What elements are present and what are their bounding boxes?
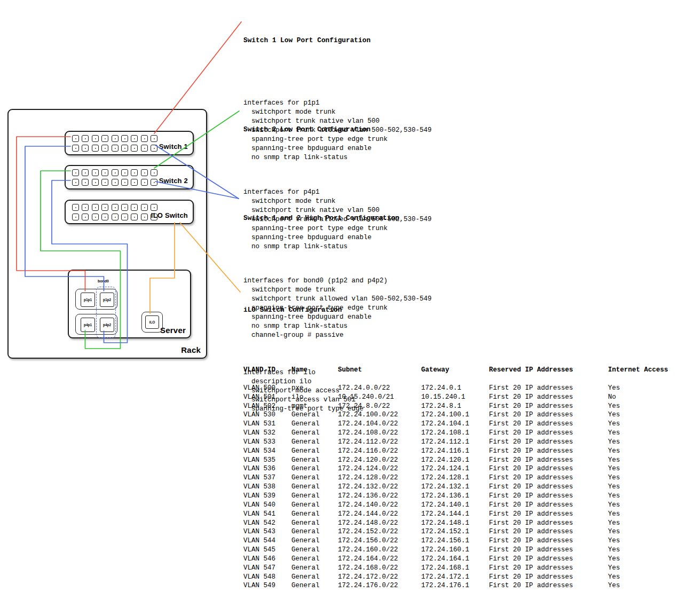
- cell-vlan-id: VLAN 543: [243, 527, 291, 536]
- cell-gateway: 172.24.104.1: [421, 420, 489, 429]
- cell-name: pxe: [291, 384, 338, 393]
- cell-internet: Yes: [608, 492, 687, 501]
- cell-gateway: 172.24.100.1: [421, 410, 489, 420]
- cell-gateway: 172.24.176.1: [421, 581, 489, 590]
- cell-name: General: [291, 429, 338, 438]
- cell-reserved: First 20 IP addresses: [489, 501, 608, 510]
- cell-vlan-id: VLAN 534: [243, 447, 291, 456]
- cell-subnet: 172.24.120.0/22: [338, 456, 421, 465]
- cell-reserved: First 20 IP addresses: [489, 438, 608, 447]
- cell-name: General: [291, 581, 338, 590]
- table-row: VLAN 542 General 172.24.148.0/22 172.24.…: [243, 519, 687, 528]
- cell-subnet: 172.24.116.0/22: [338, 447, 421, 456]
- cell-subnet: 172.24.108.0/22: [338, 429, 421, 438]
- cell-vlan-id: VLAN 546: [243, 555, 291, 564]
- cell-subnet: 172.24.164.0/22: [338, 555, 421, 564]
- cell-subnet: 172.24.132.0/22: [338, 483, 421, 492]
- cell-reserved: First 20 IP addresses: [489, 464, 608, 473]
- switch-port: [112, 179, 119, 186]
- cell-subnet: 172.24.172.0/22: [338, 573, 421, 582]
- table-row: VLAN 532 General 172.24.108.0/22 172.24.…: [243, 429, 687, 438]
- cell-name: mgmt: [291, 402, 338, 411]
- switch-port: [141, 135, 148, 142]
- cell-subnet: 172.24.176.0/22: [338, 581, 421, 590]
- switch-port: [151, 179, 157, 186]
- cell-internet: Yes: [608, 555, 687, 564]
- cell-subnet: 172.24.168.0/22: [338, 564, 421, 573]
- cell-subnet: 172.24.140.0/22: [338, 501, 421, 510]
- switch-port: [82, 135, 89, 142]
- cell-gateway: 172.24.124.1: [421, 464, 489, 473]
- cell-reserved: First 20 IP addresses: [489, 447, 608, 456]
- table-row: VLAN 533 General 172.24.112.0/22 172.24.…: [243, 438, 687, 447]
- switch-port: [112, 169, 119, 176]
- table-row: VLAN 547 General 172.24.168.0/22 172.24.…: [243, 564, 687, 573]
- table-row: VLAN 541 General 172.24.144.0/22 172.24.…: [243, 510, 687, 519]
- cell-internet: Yes: [608, 564, 687, 573]
- switch1-box: Switch 1: [65, 131, 194, 155]
- config-title: Switch 1 and 2 High Port Configuration: [243, 214, 432, 223]
- cell-vlan-id: VLAN 533: [243, 438, 291, 447]
- table-row: VLAN 543 General 172.24.152.0/22 172.24.…: [243, 527, 687, 536]
- cell-subnet: 172.24.148.0/22: [338, 519, 421, 528]
- cell-name: General: [291, 483, 338, 492]
- cell-vlan-id: VLAN 532: [243, 429, 291, 438]
- cell-vlan-id: VLAN 531: [243, 420, 291, 429]
- cell-gateway: 172.24.132.1: [421, 483, 489, 492]
- vlan-table-header: VLAND ID Name Subnet Gateway Reserved IP…: [243, 366, 687, 375]
- cell-vlan-id: VLAN 545: [243, 546, 291, 555]
- ilo-switch-label: iLO Switch: [151, 211, 188, 219]
- cell-vlan-id: VLAN 542: [243, 519, 291, 528]
- cell-gateway: 172.24.156.1: [421, 536, 489, 546]
- switch-port: [101, 204, 108, 211]
- cell-gateway: 172.24.168.1: [421, 564, 489, 573]
- switch-port: [112, 204, 119, 211]
- ilo-port-group: iLO: [141, 312, 163, 333]
- config-line: interfaces for bond0 (p1p2 and p4p2): [243, 277, 432, 286]
- switch-port: [131, 169, 138, 176]
- cell-name: General: [291, 410, 338, 420]
- switch-port: [121, 204, 128, 211]
- cell-vlan-id: VLAN 537: [243, 473, 291, 483]
- cell-internet: Yes: [608, 420, 687, 429]
- cell-gateway: 172.24.144.1: [421, 510, 489, 519]
- switch-port: [92, 214, 99, 220]
- cell-vlan-id: VLAN 540: [243, 501, 291, 510]
- switch-port: [82, 214, 89, 220]
- cell-reserved: First 20 IP addresses: [489, 402, 608, 411]
- cell-name: General: [291, 464, 338, 473]
- cell-reserved: First 20 IP addresses: [489, 527, 608, 536]
- switch-port: [121, 145, 128, 152]
- switch1-port-grid: [72, 135, 157, 152]
- cell-name: General: [291, 447, 338, 456]
- switch-port: [121, 169, 128, 176]
- cell-internet: No: [608, 393, 687, 402]
- cell-gateway: 172.24.136.1: [421, 492, 489, 501]
- cell-vlan-id: VLAN 502: [243, 402, 291, 411]
- cell-gateway: 172.24.148.1: [421, 519, 489, 528]
- switch-port: [82, 204, 89, 211]
- switch2-box: Switch 2: [65, 165, 194, 189]
- switch-port: [72, 135, 79, 142]
- switch-port: [151, 145, 157, 152]
- cell-gateway: 172.24.0.1: [421, 384, 489, 393]
- server-port-ilo: iLO: [145, 315, 159, 329]
- cell-reserved: First 20 IP addresses: [489, 492, 608, 501]
- switch-port: [82, 179, 89, 186]
- switch-port: [92, 169, 99, 176]
- switch-port: [131, 214, 138, 220]
- cell-name: General: [291, 420, 338, 429]
- cell-name: General: [291, 564, 338, 573]
- table-row: VLAN 500 pxe 172.24.0.0/22 172.24.0.1 Fi…: [243, 384, 687, 393]
- table-row: VLAN 531 General 172.24.104.0/22 172.24.…: [243, 420, 687, 429]
- cell-reserved: First 20 IP addresses: [489, 393, 608, 402]
- table-row: VLAN 540 General 172.24.140.0/22 172.24.…: [243, 501, 687, 510]
- cell-internet: Yes: [608, 546, 687, 555]
- switch-port: [101, 179, 108, 186]
- switch-port: [72, 179, 79, 186]
- cell-internet: Yes: [608, 536, 687, 546]
- switch-port: [151, 169, 157, 176]
- switch-port: [131, 204, 138, 211]
- cell-vlan-id: VLAN 544: [243, 536, 291, 546]
- cell-internet: Yes: [608, 438, 687, 447]
